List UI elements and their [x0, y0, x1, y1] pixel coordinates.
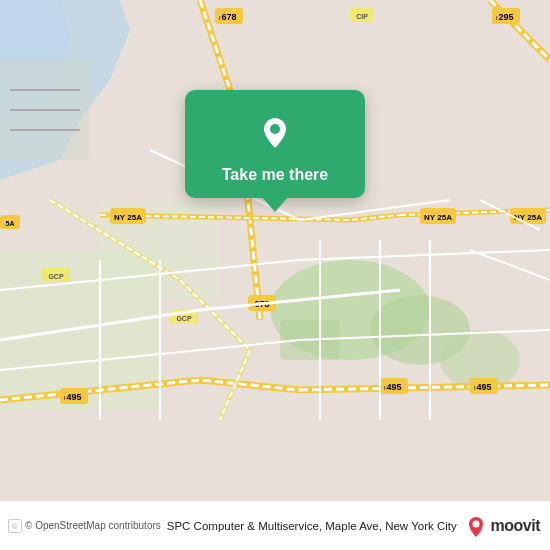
svg-text:5A: 5A	[6, 220, 15, 227]
svg-text:295: 295	[498, 12, 513, 22]
moovit-logo: moovit	[465, 515, 540, 537]
svg-text:495: 495	[66, 392, 81, 402]
take-me-there-button[interactable]: Take me there	[185, 90, 365, 198]
svg-point-68	[472, 520, 479, 527]
svg-text:CIP: CIP	[356, 13, 368, 20]
svg-text:GCP: GCP	[176, 315, 192, 322]
location-pin-icon	[251, 108, 299, 156]
svg-text:GCP: GCP	[48, 273, 64, 280]
map-svg: 678 I 678 I 295 I NY 25A NY 25A NY 25A 4…	[0, 0, 550, 500]
svg-text:NY 25A: NY 25A	[514, 213, 542, 222]
bottom-bar: © © OpenStreetMap contributors SPC Compu…	[0, 500, 550, 550]
attribution-text: © OpenStreetMap contributors	[25, 520, 161, 531]
attribution: © © OpenStreetMap contributors	[8, 519, 161, 533]
location-text: SPC Computer & Multiservice, Maple Ave, …	[167, 520, 465, 532]
svg-text:NY 25A: NY 25A	[424, 213, 452, 222]
moovit-label: moovit	[491, 517, 540, 535]
osm-logo: ©	[8, 519, 22, 533]
moovit-pin-icon	[465, 515, 487, 537]
map-area[interactable]: 678 I 678 I 295 I NY 25A NY 25A NY 25A 4…	[0, 0, 550, 500]
svg-text:495: 495	[386, 382, 401, 392]
take-me-there-label: Take me there	[222, 166, 328, 184]
svg-text:NY 25A: NY 25A	[114, 213, 142, 222]
svg-point-67	[270, 124, 280, 134]
svg-text:678: 678	[221, 12, 236, 22]
svg-text:495: 495	[476, 382, 491, 392]
